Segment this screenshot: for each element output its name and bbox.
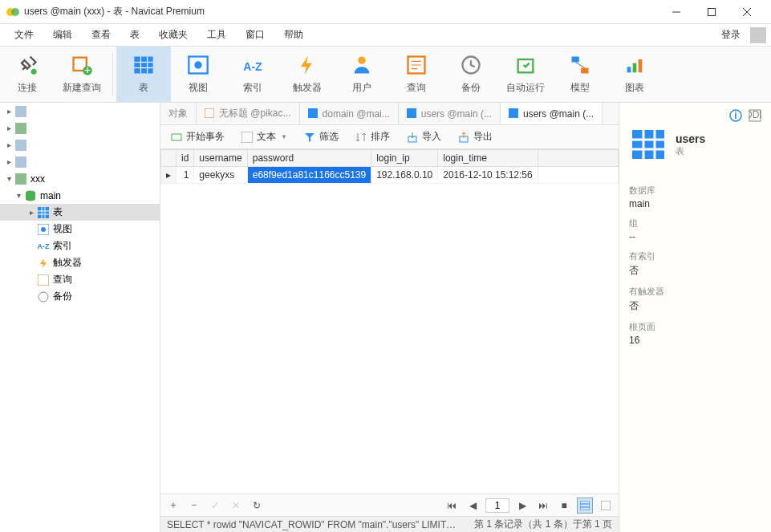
chevron-down-icon[interactable]: ▾: [3, 174, 14, 183]
svg-rect-10: [134, 57, 152, 74]
tab-objects[interactable]: 对象: [160, 103, 197, 124]
toolbar-view[interactable]: 视图: [171, 47, 225, 102]
first-page-button[interactable]: ⏮: [444, 497, 460, 514]
toolbar-trigger[interactable]: 触发器: [280, 47, 335, 102]
toolbar-model[interactable]: 模型: [553, 47, 607, 102]
chevron-down-icon[interactable]: ▾: [13, 191, 24, 200]
text-button[interactable]: 文本▼: [237, 128, 290, 146]
toolbar-index[interactable]: A-Z 索引: [225, 47, 280, 102]
tree-node-indexes[interactable]: A-Z索引: [0, 238, 160, 254]
export-button[interactable]: 导出: [454, 128, 496, 146]
column-header-id[interactable]: id: [177, 150, 194, 167]
minimize-button[interactable]: [659, 0, 694, 24]
maximize-button[interactable]: [694, 0, 729, 24]
menu-help[interactable]: 帮助: [274, 25, 313, 45]
toolbar-chart[interactable]: 图表: [607, 47, 662, 102]
grid-view-button[interactable]: [577, 497, 593, 514]
cell-login-time[interactable]: 2016-12-10 15:12:56: [438, 167, 538, 184]
svg-rect-41: [38, 274, 49, 286]
ddl-icon[interactable]: DDL: [749, 109, 761, 122]
avatar-icon[interactable]: [750, 27, 766, 43]
tree-connection-1[interactable]: ▸: [0, 103, 160, 120]
sqlite-icon: [14, 139, 27, 152]
column-header-password[interactable]: password: [247, 150, 371, 167]
menu-tools[interactable]: 工具: [197, 25, 236, 45]
column-header-login-time[interactable]: login_time: [438, 150, 538, 167]
info-icon[interactable]: i: [729, 109, 742, 122]
cancel-button[interactable]: ✕: [228, 497, 244, 514]
tree-database-main[interactable]: ▾main: [0, 187, 160, 204]
data-grid[interactable]: id username password login_ip login_time…: [160, 149, 619, 493]
form-view-button[interactable]: [598, 497, 614, 514]
toolbar-backup[interactable]: 备份: [444, 47, 498, 102]
tree-node-views[interactable]: 视图: [0, 221, 160, 238]
begin-transaction-label: 开始事务: [186, 130, 225, 144]
prev-page-button[interactable]: ◀: [465, 497, 481, 514]
tab-users-1[interactable]: users @main (...: [399, 103, 501, 124]
table-icon: [407, 108, 418, 120]
tree-node-queries[interactable]: 查询: [0, 271, 160, 288]
refresh-button[interactable]: ↻: [249, 497, 265, 514]
svg-rect-28: [15, 106, 26, 117]
toolbar-table[interactable]: 表: [116, 47, 171, 102]
tree-node-backups[interactable]: 备份: [0, 288, 160, 305]
filter-label: 筛选: [319, 130, 339, 144]
menu-edit[interactable]: 编辑: [43, 25, 82, 45]
svg-rect-48: [241, 132, 253, 143]
tree-node-triggers[interactable]: 触发器: [0, 254, 160, 271]
svg-rect-51: [580, 501, 590, 510]
index-icon: A-Z: [241, 54, 264, 76]
info-db-value: main: [629, 198, 761, 209]
info-db-label: 数据库: [629, 185, 761, 197]
next-page-button[interactable]: ▶: [514, 497, 530, 514]
toolbar-connect[interactable]: 连接: [0, 47, 55, 102]
document-tabs: 对象 无标题 @pikac... domain @mai... users @m…: [160, 103, 619, 125]
import-button[interactable]: 导入: [403, 128, 444, 146]
close-button[interactable]: [729, 0, 765, 24]
cell-id[interactable]: 1: [177, 167, 194, 184]
automation-icon: [514, 54, 537, 76]
title-bar: users @main (xxx) - 表 - Navicat Premium: [0, 0, 771, 24]
tree-connection-2[interactable]: ▸: [0, 120, 160, 136]
svg-text:DDL: DDL: [749, 109, 761, 120]
toolbar-chart-label: 图表: [625, 81, 644, 95]
cell-login-ip[interactable]: 192.168.0.10: [371, 167, 438, 184]
sqlite-icon: [14, 105, 27, 118]
page-input[interactable]: [485, 498, 509, 513]
table-row[interactable]: ▸ 1 geekyxs e68f9ed1a81c1166cc5139 192.1…: [161, 167, 619, 184]
sort-button[interactable]: 排序: [351, 128, 393, 146]
filter-button[interactable]: 筛选: [300, 128, 342, 146]
last-page-button[interactable]: ⏭: [535, 497, 551, 514]
commit-button[interactable]: ✓: [207, 497, 223, 514]
menu-table[interactable]: 表: [120, 25, 149, 45]
begin-transaction-button[interactable]: 开始事务: [167, 128, 228, 146]
toolbar-new-query[interactable]: + 新建查询: [55, 47, 109, 102]
tree-connection-4[interactable]: ▸: [0, 153, 160, 170]
svg-text:+: +: [84, 63, 91, 76]
toolbar-query[interactable]: 查询: [389, 47, 444, 102]
view-icon: [187, 54, 209, 76]
menu-file[interactable]: 文件: [5, 25, 43, 45]
menu-favorites[interactable]: 收藏夹: [149, 25, 197, 45]
tab-users-2[interactable]: users @main (...: [501, 103, 603, 124]
tab-untitled[interactable]: 无标题 @pikac...: [197, 103, 300, 124]
toolbar-automation[interactable]: 自动运行: [498, 47, 553, 102]
cell-password[interactable]: e68f9ed1a81c1166cc5139: [247, 167, 371, 184]
tree-connection-5[interactable]: ▾xxx: [0, 170, 160, 187]
trigger-icon: [37, 257, 50, 270]
new-query-icon: +: [71, 54, 93, 76]
stop-button[interactable]: ■: [556, 497, 572, 514]
tree-connection-3[interactable]: ▸: [0, 136, 160, 153]
cell-username[interactable]: geekyxs: [194, 167, 247, 184]
tab-domain[interactable]: domain @mai...: [300, 103, 399, 124]
toolbar-user[interactable]: 用户: [335, 47, 389, 102]
column-header-username[interactable]: username: [194, 150, 247, 167]
delete-record-button[interactable]: －: [186, 497, 202, 514]
login-link[interactable]: 登录: [715, 25, 747, 45]
menu-window[interactable]: 窗口: [236, 25, 274, 45]
menu-view[interactable]: 查看: [82, 25, 120, 45]
column-header-login-ip[interactable]: login_ip: [371, 150, 438, 167]
tree-node-tables[interactable]: ▸表: [0, 204, 160, 221]
add-record-button[interactable]: ＋: [165, 497, 181, 514]
svg-rect-47: [172, 134, 181, 140]
